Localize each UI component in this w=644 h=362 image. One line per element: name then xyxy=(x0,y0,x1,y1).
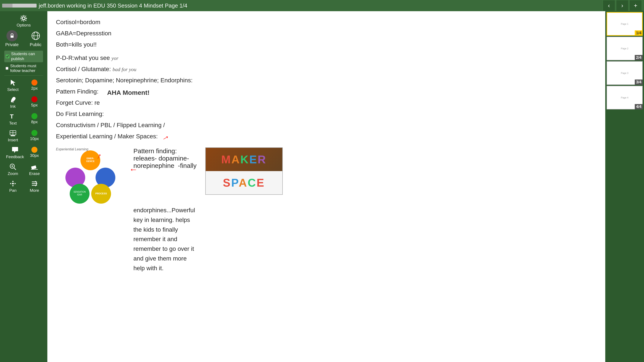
nav-buttons: ‹ › + xyxy=(603,0,642,11)
students-can-publish-option[interactable]: Students can publish xyxy=(4,51,43,62)
size-30px-label: 30px xyxy=(30,153,39,158)
insert-tool-row: Insert 10px xyxy=(4,127,43,144)
sidebar: Options Private xyxy=(0,11,47,362)
right-content: Pattern finding:releaes- dopamine-norepi… xyxy=(134,147,283,273)
circle-diagram: → EMER- GENCE SENSATION /EAR PR xyxy=(56,147,125,212)
globe-icon xyxy=(31,31,41,41)
insert-icon xyxy=(8,129,18,138)
svg-text:SENSATION: SENSATION xyxy=(73,191,86,193)
size-10px-button[interactable]: 10px xyxy=(26,129,43,142)
diagram-area: → EMER- GENCE SENSATION /EAR PR xyxy=(56,147,597,273)
ink-icon xyxy=(8,95,18,104)
forget-curve-line: Forget Curve: re xyxy=(56,98,597,107)
ink-tool-row: Ink 5px xyxy=(4,94,43,110)
next-button[interactable]: › xyxy=(616,0,628,11)
experiential-row: Experiential Learning / Maker Spaces: → xyxy=(56,132,597,143)
divider-1 xyxy=(4,75,43,76)
svg-text:GENCE: GENCE xyxy=(86,160,94,162)
thumb-label-1: 1/4 xyxy=(635,30,643,36)
circle-diagram-svg: EMER- GENCE SENSATION /EAR PROCESS xyxy=(56,147,125,212)
erase-button[interactable]: Erase xyxy=(26,161,43,177)
thumb-label-2: 2/4 xyxy=(635,55,643,60)
progress-bar xyxy=(2,4,36,8)
page-title: jeff.borden working in EDU 350 Session 4… xyxy=(39,2,600,9)
thumbnail-1[interactable]: Page 1 1/4 xyxy=(606,12,643,36)
select-icon xyxy=(8,78,18,87)
thumbnail-2[interactable]: Page 2 2/4 xyxy=(606,37,643,60)
zoom-icon xyxy=(8,162,18,171)
add-page-button[interactable]: + xyxy=(629,0,642,11)
svg-rect-12 xyxy=(11,135,15,136)
feedback-label: Feedback xyxy=(6,154,24,159)
ink-label: Ink xyxy=(10,104,16,109)
svg-point-19 xyxy=(12,183,14,185)
topbar: jeff.borden working in EDU 350 Session 4… xyxy=(0,0,644,11)
size-30px-button[interactable]: 30px xyxy=(26,146,43,159)
more-button[interactable]: More xyxy=(26,178,43,194)
maker-image-bottom: SPACE xyxy=(206,171,282,194)
content-area: Cortisol=bordom GABA=Depressstion Both=k… xyxy=(47,11,605,362)
feedback-tool-row: Feedback 30px xyxy=(4,144,43,160)
size-dot-green xyxy=(32,113,38,119)
thumb-label-3: 3/4 xyxy=(635,80,643,85)
text-button[interactable]: T Text xyxy=(4,111,22,126)
pan-label: Pan xyxy=(9,188,16,193)
experiential-label-overlay: Experiential Learning xyxy=(56,147,88,151)
private-button[interactable]: Private xyxy=(3,29,21,49)
prev-button[interactable]: ‹ xyxy=(603,0,615,11)
text-label: Text xyxy=(9,121,17,126)
pdr-line: P-D-R:what you see yor xyxy=(56,53,597,63)
thumbnail-3[interactable]: Page 3 3/4 xyxy=(606,61,643,85)
space-letters: SPACE xyxy=(223,176,265,189)
size-8px-button[interactable]: 8px xyxy=(26,112,43,125)
options-button[interactable]: Options xyxy=(16,13,32,29)
pattern-finding-row: Pattern Finding: AHA Moment! xyxy=(56,87,597,98)
erase-icon xyxy=(30,162,39,171)
zoom-button[interactable]: Zoom xyxy=(4,161,22,177)
students-follow-label: Students must follow teacher xyxy=(10,64,42,74)
select-tool-row: Select 2px xyxy=(4,77,43,93)
select-label: Select xyxy=(7,87,19,92)
pattern-maker-row: Pattern finding:releaes- dopamine-norepi… xyxy=(134,147,283,195)
insert-button[interactable]: Insert xyxy=(4,128,22,143)
text-icon: T xyxy=(8,112,18,121)
public-label: Public xyxy=(30,42,41,47)
svg-text:/EAR: /EAR xyxy=(77,194,82,196)
students-publish-checkbox[interactable] xyxy=(6,54,10,59)
top-content: Cortisol=bordom GABA=Depressstion Both=k… xyxy=(56,18,597,49)
long-description: endorphines...Powerfulkey in learning. h… xyxy=(134,206,283,273)
svg-point-2 xyxy=(21,16,26,21)
ink-button[interactable]: Ink xyxy=(4,94,22,110)
visibility-toggle: Private Public xyxy=(0,29,47,49)
public-button[interactable]: Public xyxy=(27,29,44,49)
size-2px-button[interactable]: 2px xyxy=(26,79,43,92)
pan-button[interactable]: Pan xyxy=(4,178,22,194)
svg-rect-17 xyxy=(31,165,36,169)
pattern-finding-line: Pattern Finding: xyxy=(56,87,98,96)
maker-image-top: MAKER xyxy=(206,148,282,171)
size-8px-label: 8px xyxy=(31,120,38,124)
select-button[interactable]: Select xyxy=(4,77,22,93)
thumb-label-4: 4/4 xyxy=(635,104,643,109)
gear-icon xyxy=(19,14,28,23)
thumbnail-4[interactable]: Page 4 4/4 xyxy=(606,86,643,109)
size-5px-button[interactable]: 5px xyxy=(26,95,43,108)
feedback-button[interactable]: Feedback xyxy=(4,145,26,160)
insert-label: Insert xyxy=(8,138,18,142)
students-follow-checkbox[interactable] xyxy=(6,66,8,71)
aha-moment: AHA Moment! xyxy=(107,89,150,96)
both-line: Both=kills you!! xyxy=(56,40,597,49)
svg-rect-3 xyxy=(10,36,14,38)
constructivism-line: Constructivism / PBL / Flipped Learning … xyxy=(56,121,597,130)
cortisol-line2: Cortisol / Glutamate: bad for you xyxy=(56,65,597,74)
public-icon xyxy=(30,30,41,41)
students-follow-teacher-option[interactable]: Students must follow teacher xyxy=(4,63,43,74)
svg-text:T: T xyxy=(10,113,14,120)
size-dot-orange2 xyxy=(32,147,38,153)
thumbnail-panel: Page 1 1/4 Page 2 2/4 Page 3 3/4 Page 4 … xyxy=(605,11,644,362)
students-publish-label: Students can publish xyxy=(11,52,42,61)
cortisol-line: Cortisol=bordom xyxy=(56,18,597,27)
maker-space-image: MAKER SPACE xyxy=(205,147,283,195)
size-5px-label: 5px xyxy=(31,103,38,107)
handwritten-yor: yor xyxy=(112,55,118,61)
